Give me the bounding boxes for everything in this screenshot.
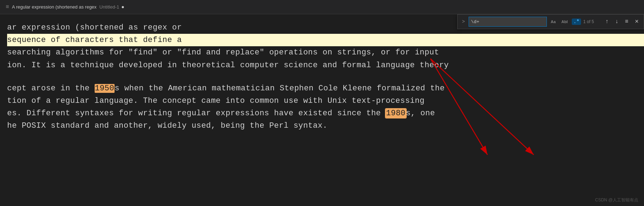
menu-icon: ≡ [6,4,9,10]
editor-content: ar expression (shortened as regex or seq… [0,18,644,132]
editor-line-3: searching algorithms for "find" or "find… [7,46,644,59]
editor-line-6: cept arose in the 1950s when the America… [7,82,644,95]
find-count: 1 of 5 [583,19,601,24]
find-previous-button[interactable]: ↑ [603,18,611,26]
match-1950: 1950 [95,84,115,93]
title-bar: ≡ A regular expression (shortened as reg… [0,0,644,14]
editor-line-9: he POSIX standard and another, widely us… [7,120,644,132]
filename-label: Untitled-1 [99,4,119,10]
editor-line-4: ion. It is a technique developed in theo… [7,59,644,72]
find-input[interactable] [471,19,528,25]
blank-line [7,72,644,82]
editor-area: > Aa AbI .* 1 of 5 ↑ ↓ ≡ × ar expression… [0,14,644,206]
title-text: A regular expression (shortened as regex [12,4,97,10]
find-widget: > Aa AbI .* 1 of 5 ↑ ↓ ≡ × [457,14,644,29]
watermark: CSDN @人工智能有点 [595,197,638,203]
whole-word-button[interactable]: AbI [560,19,570,25]
editor-line-8: es. Different syntaxes for writing regul… [7,107,644,120]
find-more-button[interactable]: ≡ [623,18,631,26]
match-1980: 1980 [386,109,406,118]
find-next-button[interactable]: ↓ [613,18,621,26]
find-input-container [469,17,547,27]
case-sensitive-button[interactable]: Aa [549,19,558,25]
find-close-button[interactable]: × [633,17,641,26]
unsaved-dot: ● [121,4,124,10]
editor-line-7: tion of a regular language. The concept … [7,95,644,107]
editor-line-2: sequence of characters that define a [7,34,644,46]
find-expand-button[interactable]: > [460,18,466,25]
regex-button[interactable]: .* [572,19,581,25]
